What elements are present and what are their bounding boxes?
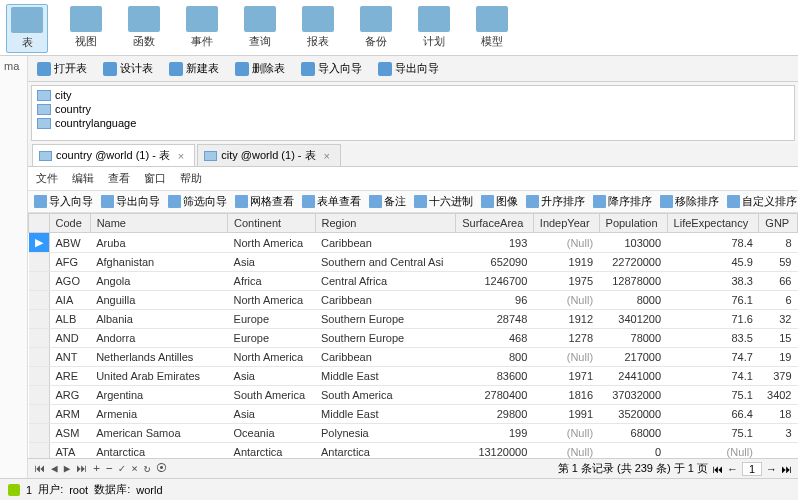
- cell-GNP[interactable]: 59: [759, 253, 798, 272]
- cell-Name[interactable]: Albania: [90, 310, 227, 329]
- cell-LifeExpectancy[interactable]: 71.6: [667, 310, 759, 329]
- cell-Code[interactable]: AND: [49, 329, 90, 348]
- object-countrylanguage[interactable]: countrylanguage: [34, 116, 792, 130]
- cell-Population[interactable]: 0: [599, 443, 667, 459]
- cell-Region[interactable]: Southern Europe: [315, 310, 456, 329]
- cell-Region[interactable]: Antarctica: [315, 443, 456, 459]
- cell-SurfaceArea[interactable]: 96: [456, 291, 534, 310]
- cell-IndepYear[interactable]: 1971: [533, 367, 599, 386]
- cell-Name[interactable]: United Arab Emirates: [90, 367, 227, 386]
- export-wizard-button[interactable]: 导出向导: [375, 59, 442, 78]
- cell-SurfaceArea[interactable]: 199: [456, 424, 534, 443]
- col-Region[interactable]: Region: [315, 214, 456, 233]
- object-country[interactable]: country: [34, 102, 792, 116]
- col-GNP[interactable]: GNP: [759, 214, 798, 233]
- menu-文件[interactable]: 文件: [36, 171, 58, 186]
- cell-SurfaceArea[interactable]: 83600: [456, 367, 534, 386]
- delete-table-button[interactable]: 删除表: [232, 59, 288, 78]
- gridtb-export[interactable]: 导出向导: [101, 194, 160, 209]
- cell-Continent[interactable]: North America: [228, 348, 315, 367]
- tab-country[interactable]: country @world (1) - 表×: [32, 144, 195, 166]
- cell-Continent[interactable]: North America: [228, 233, 315, 253]
- table-row[interactable]: ARGArgentinaSouth AmericaSouth America27…: [29, 386, 798, 405]
- cell-LifeExpectancy[interactable]: 76.1: [667, 291, 759, 310]
- gridtb-remove-sort[interactable]: 移除排序: [660, 194, 719, 209]
- menu-查看[interactable]: 查看: [108, 171, 130, 186]
- cell-LifeExpectancy[interactable]: 74.1: [667, 367, 759, 386]
- col-Code[interactable]: Code: [49, 214, 90, 233]
- close-icon[interactable]: ×: [178, 150, 184, 162]
- cell-Population[interactable]: 2441000: [599, 367, 667, 386]
- design-table-button[interactable]: 设计表: [100, 59, 156, 78]
- close-icon[interactable]: ×: [324, 150, 330, 162]
- gridtb-image[interactable]: 图像: [481, 194, 518, 209]
- cell-LifeExpectancy[interactable]: 78.4: [667, 233, 759, 253]
- page-first-button[interactable]: ⏮: [712, 463, 723, 475]
- table-row[interactable]: ATAAntarcticaAntarcticaAntarctica1312000…: [29, 443, 798, 459]
- cell-Continent[interactable]: Europe: [228, 310, 315, 329]
- cell-Population[interactable]: 12878000: [599, 272, 667, 291]
- new-table-button[interactable]: 新建表: [166, 59, 222, 78]
- cell-SurfaceArea[interactable]: 652090: [456, 253, 534, 272]
- cell-SurfaceArea[interactable]: 1246700: [456, 272, 534, 291]
- cell-SurfaceArea[interactable]: 29800: [456, 405, 534, 424]
- col-LifeExpectancy[interactable]: LifeExpectancy: [667, 214, 759, 233]
- ribbon-report[interactable]: 报表: [298, 4, 338, 53]
- cell-Population[interactable]: 217000: [599, 348, 667, 367]
- cell-Region[interactable]: Middle East: [315, 367, 456, 386]
- cell-Name[interactable]: American Samoa: [90, 424, 227, 443]
- cell-Name[interactable]: Armenia: [90, 405, 227, 424]
- cell-IndepYear[interactable]: 1816: [533, 386, 599, 405]
- ribbon-query[interactable]: 查询: [240, 4, 280, 53]
- cell-Population[interactable]: 3520000: [599, 405, 667, 424]
- gridtb-formview[interactable]: 表单查看: [302, 194, 361, 209]
- table-row[interactable]: ▶ABWArubaNorth AmericaCaribbean193(Null)…: [29, 233, 798, 253]
- cell-GNP[interactable]: 15: [759, 329, 798, 348]
- ribbon-function[interactable]: 函数: [124, 4, 164, 53]
- cell-SurfaceArea[interactable]: 800: [456, 348, 534, 367]
- nav-apply-button[interactable]: ✓: [119, 462, 126, 475]
- cell-IndepYear[interactable]: (Null): [533, 291, 599, 310]
- cell-Population[interactable]: 8000: [599, 291, 667, 310]
- nav-next-button[interactable]: ▶: [64, 462, 71, 475]
- cell-GNP[interactable]: 66: [759, 272, 798, 291]
- cell-LifeExpectancy[interactable]: 83.5: [667, 329, 759, 348]
- gridtb-filter[interactable]: 筛选向导: [168, 194, 227, 209]
- cell-Code[interactable]: ANT: [49, 348, 90, 367]
- cell-IndepYear[interactable]: (Null): [533, 424, 599, 443]
- cell-GNP[interactable]: 32: [759, 310, 798, 329]
- cell-Region[interactable]: Caribbean: [315, 291, 456, 310]
- cell-GNP[interactable]: 3: [759, 424, 798, 443]
- nav-prev-button[interactable]: ◀: [51, 462, 58, 475]
- cell-SurfaceArea[interactable]: 2780400: [456, 386, 534, 405]
- col-Name[interactable]: Name: [90, 214, 227, 233]
- cell-Code[interactable]: AGO: [49, 272, 90, 291]
- nav-stop-button[interactable]: ⦿: [156, 462, 167, 475]
- cell-LifeExpectancy[interactable]: 66.4: [667, 405, 759, 424]
- import-wizard-button[interactable]: 导入向导: [298, 59, 365, 78]
- data-grid[interactable]: CodeNameContinentRegionSurfaceAreaIndepY…: [28, 213, 798, 458]
- cell-Name[interactable]: Angola: [90, 272, 227, 291]
- cell-Continent[interactable]: Asia: [228, 367, 315, 386]
- cell-Population[interactable]: 3401200: [599, 310, 667, 329]
- cell-Population[interactable]: 22720000: [599, 253, 667, 272]
- ribbon-event[interactable]: 事件: [182, 4, 222, 53]
- cell-Name[interactable]: Antarctica: [90, 443, 227, 459]
- menu-编辑[interactable]: 编辑: [72, 171, 94, 186]
- cell-Name[interactable]: Aruba: [90, 233, 227, 253]
- cell-GNP[interactable]: [759, 443, 798, 459]
- cell-GNP[interactable]: 18: [759, 405, 798, 424]
- cell-Code[interactable]: AIA: [49, 291, 90, 310]
- gridtb-import[interactable]: 导入向导: [34, 194, 93, 209]
- cell-GNP[interactable]: 379: [759, 367, 798, 386]
- nav-refresh-button[interactable]: ↻: [144, 462, 151, 475]
- cell-Code[interactable]: ARM: [49, 405, 90, 424]
- cell-Region[interactable]: Caribbean: [315, 233, 456, 253]
- table-row[interactable]: ASMAmerican SamoaOceaniaPolynesia199(Nul…: [29, 424, 798, 443]
- page-prev-button[interactable]: ←: [727, 463, 738, 475]
- cell-SurfaceArea[interactable]: 13120000: [456, 443, 534, 459]
- cell-Continent[interactable]: Africa: [228, 272, 315, 291]
- cell-Continent[interactable]: North America: [228, 291, 315, 310]
- cell-Code[interactable]: ARE: [49, 367, 90, 386]
- nav-first-button[interactable]: ⏮: [34, 462, 45, 475]
